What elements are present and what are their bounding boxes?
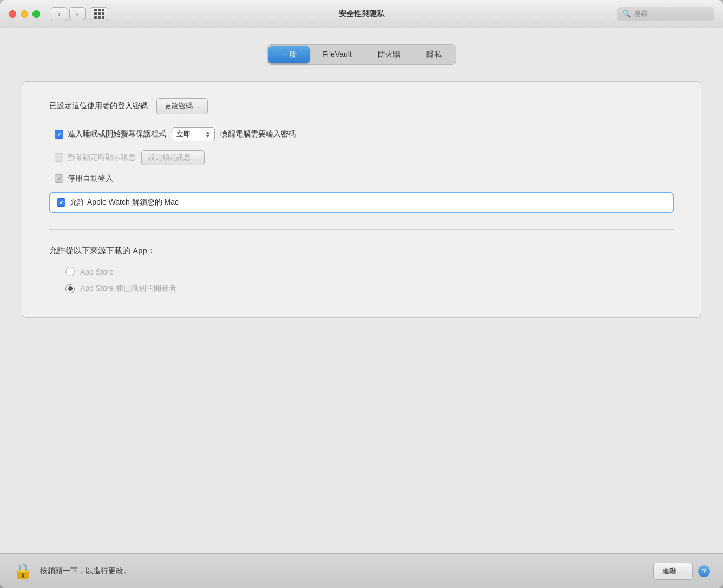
maximize-button[interactable] [32, 10, 40, 18]
lock-screen-checkbox[interactable] [55, 153, 63, 162]
apple-watch-checkbox[interactable] [57, 198, 65, 207]
sleep-after-label: 喚醒電腦需要輸入密碼 [220, 129, 296, 139]
password-label: 已設定這位使用者的登入密碼 [49, 101, 148, 111]
password-row: 已設定這位使用者的登入密碼 更改密碼… [49, 98, 674, 114]
lock-screen-label: 螢幕鎖定時顯示訊息 [68, 153, 136, 162]
tabs: 一般 FileVault 防火牆 隱私 [22, 44, 701, 65]
radio-app-store[interactable] [65, 267, 75, 276]
radio-app-store-row: App Store [65, 267, 674, 276]
titlebar: ‹ › 安全性與隱私 🔍 搜尋 [0, 0, 723, 28]
advanced-button[interactable]: 進階… [653, 563, 693, 580]
radio-group: App Store App Store 和已識別的開發者 [49, 267, 674, 293]
window: ‹ › 安全性與隱私 🔍 搜尋 一般 FileVault 防火牆 隱私 [0, 0, 723, 588]
auto-login-row: 停用自動登入 [49, 174, 674, 184]
tab-general[interactable]: 一般 [268, 46, 310, 63]
sleep-dropdown-value: 立即 [176, 129, 190, 139]
apple-watch-row: 允許 Apple Watch 解鎖您的 Mac [49, 192, 674, 213]
auto-login-checkbox[interactable] [55, 174, 63, 183]
set-lock-message-button[interactable]: 設定鎖定訊息… [141, 150, 205, 165]
search-icon: 🔍 [622, 10, 631, 18]
lock-screen-row: 螢幕鎖定時顯示訊息 設定鎖定訊息… [49, 150, 674, 165]
arrow-down-icon [206, 135, 210, 138]
tab-firewall[interactable]: 防火牆 [365, 46, 413, 63]
bottom-bar: 🔒 按鎖頭一下，以進行更改。 進階… ? [0, 553, 723, 588]
main-content: 一般 FileVault 防火牆 隱私 已設定這位使用者的登入密碼 更改密碼… … [0, 28, 723, 553]
section-divider [49, 229, 674, 230]
auto-login-label: 停用自動登入 [68, 174, 113, 184]
sleep-label: 進入睡眠或開始螢幕保護程式 [68, 129, 166, 139]
close-button[interactable] [9, 10, 16, 18]
window-title: 安全性與隱私 [339, 9, 384, 19]
arrow-up-icon [206, 132, 210, 134]
radio-developers-row: App Store 和已識別的開發者 [65, 284, 674, 293]
help-button[interactable]: ? [698, 565, 710, 577]
radio-app-store-label: App Store [80, 267, 114, 276]
radio-app-store-developers[interactable] [65, 284, 75, 293]
sleep-checkbox[interactable] [55, 130, 63, 139]
search-placeholder: 搜尋 [634, 9, 648, 19]
back-button[interactable]: ‹ [51, 7, 67, 21]
settings-panel: 已設定這位使用者的登入密碼 更改密碼… 進入睡眠或開始螢幕保護程式 立即 喚醒電… [22, 81, 701, 318]
lock-label: 按鎖頭一下，以進行更改。 [40, 566, 653, 576]
lock-icon: 🔒 [13, 561, 32, 581]
dropdown-arrows [206, 132, 210, 138]
forward-button[interactable]: › [69, 7, 86, 21]
radio-developers-label: App Store 和已識別的開發者 [80, 284, 176, 293]
sleep-row: 進入睡眠或開始螢幕保護程式 立即 喚醒電腦需要輸入密碼 [49, 127, 674, 141]
apple-watch-label: 允許 Apple Watch 解鎖您的 Mac [70, 198, 179, 207]
sleep-dropdown[interactable]: 立即 [172, 127, 215, 141]
downloads-section-label: 允許從以下來源下載的 App： [49, 246, 674, 256]
grid-icon [94, 9, 104, 19]
change-password-button[interactable]: 更改密碼… [156, 98, 208, 114]
tab-filevault[interactable]: FileVault [310, 46, 364, 63]
tab-group: 一般 FileVault 防火牆 隱私 [267, 44, 456, 65]
nav-buttons: ‹ › [51, 7, 86, 21]
minimize-button[interactable] [21, 10, 28, 18]
tab-privacy[interactable]: 隱私 [413, 46, 455, 63]
traffic-lights [9, 10, 40, 18]
search-box[interactable]: 🔍 搜尋 [617, 7, 714, 21]
grid-button[interactable] [90, 7, 108, 21]
